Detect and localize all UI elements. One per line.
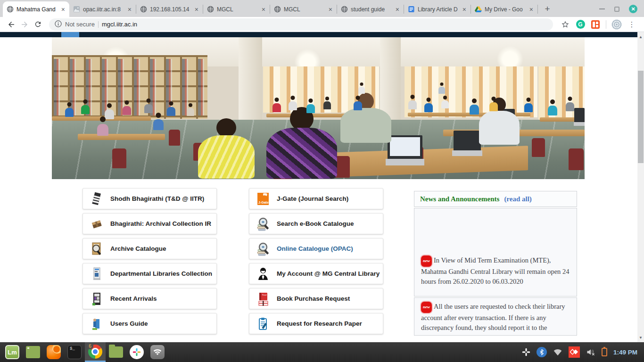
close-icon[interactable]: × (261, 6, 266, 13)
bookmark-star-icon[interactable] (559, 18, 571, 31)
banner-decor (309, 99, 313, 103)
volume-muted-icon[interactable] (586, 348, 595, 356)
banner-decor (325, 97, 329, 100)
banner-decor (97, 116, 108, 136)
banner-decor (125, 100, 129, 105)
maximize-icon[interactable] (614, 7, 619, 12)
banner-decor (144, 99, 153, 113)
slack-tray-icon[interactable] (522, 348, 530, 356)
new-tab-button[interactable]: + (541, 2, 554, 16)
terminal-launcher[interactable]: $_ (64, 342, 85, 362)
tab-mgcl-2[interactable]: MGCL × (270, 1, 337, 17)
banner-decor (568, 97, 572, 101)
banner-decor (340, 108, 391, 143)
news-read-all-link[interactable]: (read all) (504, 195, 531, 203)
menu-dots-icon[interactable]: ⋮ (626, 18, 638, 31)
link-my-account[interactable]: My Account @ MG Central Library (249, 263, 383, 284)
browser-tab-strip: Mahatma Gand × opac.iitr.ac.in:8 × 192.1… (0, 0, 644, 17)
close-icon[interactable]: × (60, 6, 66, 13)
back-icon[interactable] (5, 18, 18, 31)
close-icon[interactable]: × (462, 6, 467, 13)
close-icon[interactable]: × (328, 6, 333, 13)
link-book-purchase[interactable]: Read Book Purchase Request (249, 288, 383, 309)
tab-mgcl-1[interactable]: MGCL × (203, 1, 270, 17)
extension-icon[interactable] (589, 18, 602, 31)
address-bar[interactable]: Not secure mgcl.iitr.ac.in (49, 18, 553, 31)
forward-icon[interactable] (18, 18, 31, 31)
tab-opac[interactable]: opac.iitr.ac.in:8 × (69, 1, 136, 17)
close-icon[interactable]: × (395, 6, 400, 13)
anydesk-icon[interactable] (569, 346, 580, 358)
link-research-paper[interactable]: Request for Research Paper (249, 313, 383, 334)
link-jgate[interactable]: J-Gate J-Gate (Journal Search) (249, 188, 383, 209)
tab-title: Mahatma Gand (17, 6, 58, 13)
link-opac[interactable]: Online Catalogue (OPAC) (249, 238, 383, 259)
firefox-launcher[interactable] (43, 342, 64, 362)
clipboard-pen-icon (256, 317, 270, 331)
news-item-text: newAll the users are requested to check … (421, 302, 570, 333)
grammarly-extension-icon[interactable]: G (574, 18, 586, 31)
banner-decor (291, 96, 295, 100)
banner-decor (390, 137, 420, 156)
window-close-icon[interactable]: ✕ (629, 5, 637, 13)
chrome-window-count-badge: 6 (87, 343, 93, 349)
page-scrollbar[interactable]: ▲ ▼ (637, 32, 644, 342)
banner-decor (198, 118, 255, 179)
docs-icon (407, 6, 415, 13)
scrollbar-thumb[interactable] (638, 71, 644, 163)
network-settings-launcher[interactable] (147, 342, 168, 362)
tab-student-guide[interactable]: student guide × (337, 1, 404, 17)
close-icon[interactable]: × (528, 6, 534, 13)
banner-decor (358, 87, 365, 94)
tab-title: Library Article D (418, 6, 459, 13)
banner-decor (340, 93, 391, 143)
chrome-launcher-active[interactable]: 6 (85, 342, 106, 362)
tab-title: MGCL (217, 6, 258, 13)
tab-library-article[interactable]: Library Article D × (404, 1, 471, 17)
battery-icon[interactable] (602, 348, 607, 356)
banner-decor (479, 111, 520, 145)
banner-decor (67, 102, 72, 107)
link-shodh-bhagirathi[interactable]: Shodh Bhagirathi (T&D @ IITR) (83, 188, 217, 209)
banner-decor (527, 98, 531, 102)
reload-icon[interactable] (31, 18, 44, 31)
banner-decor (479, 98, 520, 145)
link-archive-catalogue[interactable]: Archive Catalogue (83, 238, 217, 259)
banner-decor (574, 108, 585, 122)
tab-mahatma-gandhi[interactable]: Mahatma Gand × (3, 1, 69, 17)
banner-decor (441, 100, 449, 108)
bluetooth-icon[interactable] (537, 347, 547, 357)
mint-menu-button[interactable]: Lm (2, 342, 23, 362)
link-label: Departmental Libraries Collection (110, 270, 212, 277)
thesis-book-icon (90, 192, 103, 206)
files-launcher[interactable] (106, 342, 126, 362)
slack-launcher[interactable] (126, 342, 147, 362)
info-icon[interactable] (55, 20, 62, 29)
link-ebook-catalogue[interactable]: Search e-Book Catalogue (249, 213, 383, 234)
link-departmental-libraries[interactable]: Departmental Libraries Collection (83, 263, 217, 284)
banner-decor (144, 104, 153, 113)
news-item-text: newIn View of Mid Term Examination (MTE)… (421, 255, 570, 287)
clock[interactable]: 1:49 PM (613, 349, 637, 356)
link-users-guide[interactable]: Users Guide (83, 313, 217, 334)
banner-decor (441, 96, 449, 108)
profile-avatar[interactable] (611, 18, 623, 31)
close-icon[interactable]: × (194, 6, 199, 13)
minimize-icon[interactable] (599, 8, 605, 9)
nav-active-segment[interactable] (61, 32, 79, 37)
system-tray: 1:49 PM (522, 346, 642, 358)
toolbar-divider (606, 20, 606, 29)
show-desktop-button[interactable] (23, 342, 43, 362)
banner-decor (472, 99, 477, 103)
scroll-up-icon[interactable]: ▲ (637, 33, 644, 41)
tab-my-drive[interactable]: My Drive - Goo × (471, 1, 537, 17)
close-icon[interactable]: × (127, 6, 132, 13)
banner-decor (187, 103, 194, 116)
tab-ip-address[interactable]: 192.168.105.14 × (136, 1, 203, 17)
link-recent-arrivals[interactable]: Recent Arrivals (83, 288, 217, 309)
scroll-down-icon[interactable]: ▼ (637, 334, 644, 341)
link-archival-collection[interactable]: Bhagirathi: Archival Collection IR (83, 213, 217, 234)
globe-icon (206, 6, 214, 13)
wifi-signal-icon[interactable] (553, 349, 562, 356)
drive-icon (474, 6, 482, 13)
